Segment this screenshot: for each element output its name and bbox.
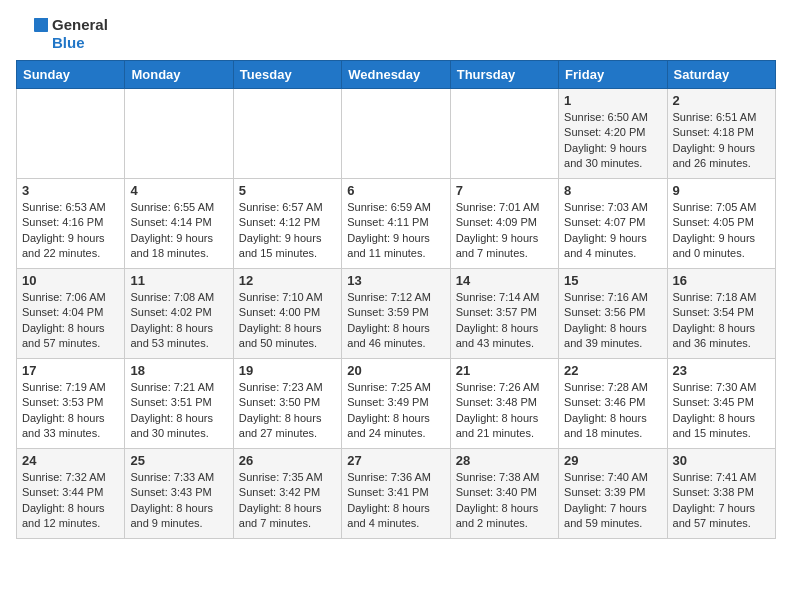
day-info: Sunrise: 7:38 AM Sunset: 3:40 PM Dayligh… bbox=[456, 470, 553, 532]
day-number: 23 bbox=[673, 363, 770, 378]
day-number: 10 bbox=[22, 273, 119, 288]
day-info: Sunrise: 6:59 AM Sunset: 4:11 PM Dayligh… bbox=[347, 200, 444, 262]
column-header-thursday: Thursday bbox=[450, 61, 558, 89]
day-info: Sunrise: 7:18 AM Sunset: 3:54 PM Dayligh… bbox=[673, 290, 770, 352]
day-info: Sunrise: 7:08 AM Sunset: 4:02 PM Dayligh… bbox=[130, 290, 227, 352]
day-number: 5 bbox=[239, 183, 336, 198]
day-number: 12 bbox=[239, 273, 336, 288]
calendar-cell: 23Sunrise: 7:30 AM Sunset: 3:45 PM Dayli… bbox=[667, 359, 775, 449]
day-info: Sunrise: 7:16 AM Sunset: 3:56 PM Dayligh… bbox=[564, 290, 661, 352]
day-info: Sunrise: 7:41 AM Sunset: 3:38 PM Dayligh… bbox=[673, 470, 770, 532]
calendar-cell bbox=[17, 89, 125, 179]
day-info: Sunrise: 7:01 AM Sunset: 4:09 PM Dayligh… bbox=[456, 200, 553, 262]
day-info: Sunrise: 7:33 AM Sunset: 3:43 PM Dayligh… bbox=[130, 470, 227, 532]
calendar-cell: 16Sunrise: 7:18 AM Sunset: 3:54 PM Dayli… bbox=[667, 269, 775, 359]
calendar-cell: 8Sunrise: 7:03 AM Sunset: 4:07 PM Daylig… bbox=[559, 179, 667, 269]
calendar-cell: 12Sunrise: 7:10 AM Sunset: 4:00 PM Dayli… bbox=[233, 269, 341, 359]
day-number: 2 bbox=[673, 93, 770, 108]
day-info: Sunrise: 6:50 AM Sunset: 4:20 PM Dayligh… bbox=[564, 110, 661, 172]
day-number: 25 bbox=[130, 453, 227, 468]
day-info: Sunrise: 7:40 AM Sunset: 3:39 PM Dayligh… bbox=[564, 470, 661, 532]
column-header-sunday: Sunday bbox=[17, 61, 125, 89]
calendar-cell: 10Sunrise: 7:06 AM Sunset: 4:04 PM Dayli… bbox=[17, 269, 125, 359]
day-info: Sunrise: 7:19 AM Sunset: 3:53 PM Dayligh… bbox=[22, 380, 119, 442]
calendar-cell: 18Sunrise: 7:21 AM Sunset: 3:51 PM Dayli… bbox=[125, 359, 233, 449]
day-number: 20 bbox=[347, 363, 444, 378]
page-header: General Blue bbox=[16, 16, 776, 52]
day-number: 11 bbox=[130, 273, 227, 288]
day-info: Sunrise: 6:55 AM Sunset: 4:14 PM Dayligh… bbox=[130, 200, 227, 262]
day-info: Sunrise: 7:14 AM Sunset: 3:57 PM Dayligh… bbox=[456, 290, 553, 352]
day-number: 18 bbox=[130, 363, 227, 378]
day-info: Sunrise: 7:25 AM Sunset: 3:49 PM Dayligh… bbox=[347, 380, 444, 442]
calendar-cell: 6Sunrise: 6:59 AM Sunset: 4:11 PM Daylig… bbox=[342, 179, 450, 269]
day-info: Sunrise: 7:12 AM Sunset: 3:59 PM Dayligh… bbox=[347, 290, 444, 352]
day-number: 6 bbox=[347, 183, 444, 198]
calendar-cell: 30Sunrise: 7:41 AM Sunset: 3:38 PM Dayli… bbox=[667, 449, 775, 539]
calendar-cell: 19Sunrise: 7:23 AM Sunset: 3:50 PM Dayli… bbox=[233, 359, 341, 449]
calendar-cell: 5Sunrise: 6:57 AM Sunset: 4:12 PM Daylig… bbox=[233, 179, 341, 269]
logo: General Blue bbox=[16, 16, 108, 52]
column-header-wednesday: Wednesday bbox=[342, 61, 450, 89]
day-number: 22 bbox=[564, 363, 661, 378]
column-header-saturday: Saturday bbox=[667, 61, 775, 89]
calendar-cell bbox=[125, 89, 233, 179]
day-number: 3 bbox=[22, 183, 119, 198]
day-info: Sunrise: 7:21 AM Sunset: 3:51 PM Dayligh… bbox=[130, 380, 227, 442]
day-info: Sunrise: 7:06 AM Sunset: 4:04 PM Dayligh… bbox=[22, 290, 119, 352]
calendar-cell: 9Sunrise: 7:05 AM Sunset: 4:05 PM Daylig… bbox=[667, 179, 775, 269]
day-number: 29 bbox=[564, 453, 661, 468]
calendar-cell: 15Sunrise: 7:16 AM Sunset: 3:56 PM Dayli… bbox=[559, 269, 667, 359]
calendar-week-row: 10Sunrise: 7:06 AM Sunset: 4:04 PM Dayli… bbox=[17, 269, 776, 359]
day-number: 1 bbox=[564, 93, 661, 108]
calendar-cell: 3Sunrise: 6:53 AM Sunset: 4:16 PM Daylig… bbox=[17, 179, 125, 269]
day-info: Sunrise: 7:32 AM Sunset: 3:44 PM Dayligh… bbox=[22, 470, 119, 532]
day-info: Sunrise: 7:26 AM Sunset: 3:48 PM Dayligh… bbox=[456, 380, 553, 442]
calendar-cell: 29Sunrise: 7:40 AM Sunset: 3:39 PM Dayli… bbox=[559, 449, 667, 539]
day-info: Sunrise: 6:51 AM Sunset: 4:18 PM Dayligh… bbox=[673, 110, 770, 172]
calendar-week-row: 24Sunrise: 7:32 AM Sunset: 3:44 PM Dayli… bbox=[17, 449, 776, 539]
day-info: Sunrise: 7:03 AM Sunset: 4:07 PM Dayligh… bbox=[564, 200, 661, 262]
calendar-cell: 28Sunrise: 7:38 AM Sunset: 3:40 PM Dayli… bbox=[450, 449, 558, 539]
day-info: Sunrise: 7:10 AM Sunset: 4:00 PM Dayligh… bbox=[239, 290, 336, 352]
calendar-cell: 13Sunrise: 7:12 AM Sunset: 3:59 PM Dayli… bbox=[342, 269, 450, 359]
calendar-cell: 25Sunrise: 7:33 AM Sunset: 3:43 PM Dayli… bbox=[125, 449, 233, 539]
calendar-cell: 26Sunrise: 7:35 AM Sunset: 3:42 PM Dayli… bbox=[233, 449, 341, 539]
calendar-cell bbox=[233, 89, 341, 179]
day-number: 4 bbox=[130, 183, 227, 198]
calendar-cell: 2Sunrise: 6:51 AM Sunset: 4:18 PM Daylig… bbox=[667, 89, 775, 179]
day-info: Sunrise: 7:30 AM Sunset: 3:45 PM Dayligh… bbox=[673, 380, 770, 442]
logo-svg bbox=[16, 18, 48, 50]
day-number: 7 bbox=[456, 183, 553, 198]
day-info: Sunrise: 7:28 AM Sunset: 3:46 PM Dayligh… bbox=[564, 380, 661, 442]
day-number: 24 bbox=[22, 453, 119, 468]
day-info: Sunrise: 7:23 AM Sunset: 3:50 PM Dayligh… bbox=[239, 380, 336, 442]
column-header-monday: Monday bbox=[125, 61, 233, 89]
calendar-cell: 7Sunrise: 7:01 AM Sunset: 4:09 PM Daylig… bbox=[450, 179, 558, 269]
day-number: 21 bbox=[456, 363, 553, 378]
calendar-cell: 27Sunrise: 7:36 AM Sunset: 3:41 PM Dayli… bbox=[342, 449, 450, 539]
day-info: Sunrise: 7:36 AM Sunset: 3:41 PM Dayligh… bbox=[347, 470, 444, 532]
day-number: 13 bbox=[347, 273, 444, 288]
calendar-cell bbox=[342, 89, 450, 179]
day-number: 28 bbox=[456, 453, 553, 468]
day-number: 16 bbox=[673, 273, 770, 288]
day-number: 19 bbox=[239, 363, 336, 378]
column-header-friday: Friday bbox=[559, 61, 667, 89]
calendar-cell: 20Sunrise: 7:25 AM Sunset: 3:49 PM Dayli… bbox=[342, 359, 450, 449]
day-number: 9 bbox=[673, 183, 770, 198]
calendar-cell bbox=[450, 89, 558, 179]
day-number: 14 bbox=[456, 273, 553, 288]
calendar-cell: 1Sunrise: 6:50 AM Sunset: 4:20 PM Daylig… bbox=[559, 89, 667, 179]
logo-blue: Blue bbox=[52, 34, 108, 52]
calendar-cell: 11Sunrise: 7:08 AM Sunset: 4:02 PM Dayli… bbox=[125, 269, 233, 359]
column-header-tuesday: Tuesday bbox=[233, 61, 341, 89]
calendar-cell: 24Sunrise: 7:32 AM Sunset: 3:44 PM Dayli… bbox=[17, 449, 125, 539]
calendar-week-row: 17Sunrise: 7:19 AM Sunset: 3:53 PM Dayli… bbox=[17, 359, 776, 449]
day-number: 26 bbox=[239, 453, 336, 468]
calendar-cell: 22Sunrise: 7:28 AM Sunset: 3:46 PM Dayli… bbox=[559, 359, 667, 449]
day-info: Sunrise: 6:57 AM Sunset: 4:12 PM Dayligh… bbox=[239, 200, 336, 262]
day-number: 8 bbox=[564, 183, 661, 198]
calendar-cell: 4Sunrise: 6:55 AM Sunset: 4:14 PM Daylig… bbox=[125, 179, 233, 269]
day-number: 27 bbox=[347, 453, 444, 468]
